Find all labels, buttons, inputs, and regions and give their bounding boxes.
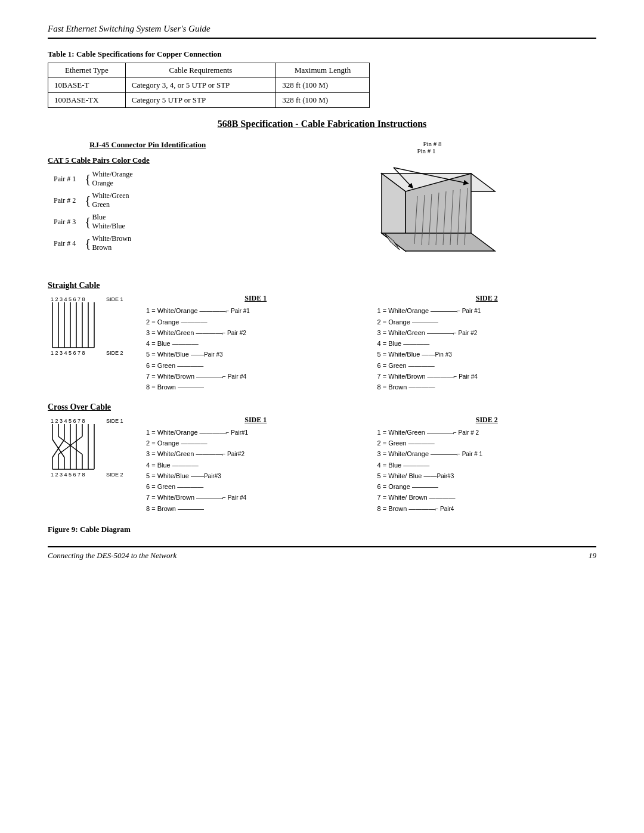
pair1-color2: Orange bbox=[92, 179, 133, 188]
pair4-color2: Brown bbox=[92, 243, 131, 252]
rj45-title: RJ-45 Connector Pin Identification bbox=[89, 140, 250, 150]
crossover-side2-heading: SIDE 2 bbox=[377, 416, 597, 425]
pair2-color2: Green bbox=[92, 200, 129, 209]
crossover-side1-lines: 1 = White/Orange ————⌐ Pair#1 2 = Orange… bbox=[146, 427, 366, 515]
straight-side1-lines: 1 = White/Orange ————⌐ Pair #1 2 = Orang… bbox=[146, 305, 366, 393]
pair2-label: Pair # 2 bbox=[54, 196, 85, 205]
straight-side2-col: SIDE 2 1 = White/Orange ————⌐ Pair #1 2 … bbox=[377, 294, 597, 393]
footer-right: 19 bbox=[589, 551, 596, 561]
pin1-label: Pin # 1 bbox=[417, 147, 435, 154]
figure-caption: Figure 9: Cable Diagram bbox=[48, 525, 596, 534]
pair2-row: Pair # 2 { White/Green Green bbox=[54, 191, 250, 209]
pair1-row: Pair # 1 { White/Orange Orange bbox=[54, 170, 250, 188]
header-rule bbox=[48, 38, 596, 39]
cell-10base-len: 328 ft (100 M) bbox=[276, 78, 370, 93]
footer-left: Connecting the DES-5024 to the Network bbox=[48, 551, 177, 561]
table-title: Table 1: Cable Specifications for Copper… bbox=[48, 49, 596, 59]
cell-100base-req: Category 5 UTP or STP bbox=[125, 93, 275, 108]
pair4-color1: White/Brown bbox=[92, 234, 131, 243]
straight-pins-svg: 1 2 3 4 5 6 7 8 SIDE 1 1 2 3 4 5 6 7 8 bbox=[48, 294, 134, 371]
svg-text:SIDE 2: SIDE 2 bbox=[106, 350, 123, 356]
cell-100base-tx: 100BASE-TX bbox=[48, 93, 126, 108]
footer-rule bbox=[48, 546, 596, 547]
svg-text:SIDE 2: SIDE 2 bbox=[106, 472, 123, 478]
straight-cable-section: Straight Cable 1 2 3 4 5 6 7 8 SIDE 1 bbox=[48, 281, 596, 393]
svg-text:1 2 3 4 5 6 7 8: 1 2 3 4 5 6 7 8 bbox=[51, 418, 85, 424]
pair2-color1: White/Green bbox=[92, 191, 129, 200]
cell-10base-req: Category 3, 4, or 5 UTP or STP bbox=[125, 78, 275, 93]
crossover-side2-lines: 1 = White/Green ————⌐ Pair # 2 2 = Green… bbox=[377, 427, 597, 515]
crossover-side1-heading: SIDE 1 bbox=[146, 416, 366, 425]
crossover-side2-col: SIDE 2 1 = White/Green ————⌐ Pair # 2 2 … bbox=[377, 416, 597, 515]
cell-100base-len: 328 ft (100 M) bbox=[276, 93, 370, 108]
col-header-length: Maximum Length bbox=[276, 63, 370, 78]
crossover-cable-heading: Cross Over Cable bbox=[48, 402, 596, 412]
straight-side1-col: SIDE 1 1 = White/Orange ————⌐ Pair #1 2 … bbox=[146, 294, 366, 393]
svg-text:1 2 3 4 5 6 7 8: 1 2 3 4 5 6 7 8 bbox=[51, 472, 85, 478]
table-row: 100BASE-TX Category 5 UTP or STP 328 ft … bbox=[48, 93, 370, 108]
straight-cable-heading: Straight Cable bbox=[48, 281, 596, 290]
straight-side2-lines: 1 = White/Orange ————⌐ Pair #1 2 = Orang… bbox=[377, 305, 597, 393]
svg-text:1 2 3 4 5 6 7 8: 1 2 3 4 5 6 7 8 bbox=[51, 296, 85, 302]
rj45-right-col: Pin # 8 Pin # 1 bbox=[250, 140, 596, 275]
cable-specs-table: Ethernet Type Cable Requirements Maximum… bbox=[48, 63, 370, 108]
pair1-color1: White/Orange bbox=[92, 170, 133, 179]
svg-text:1 2 3 4 5 6 7 8: 1 2 3 4 5 6 7 8 bbox=[51, 350, 85, 356]
crossover-cable-diagram: 1 2 3 4 5 6 7 8 SIDE 1 bbox=[48, 416, 596, 515]
cat5-title: CAT 5 Cable Pairs Color Code bbox=[48, 156, 250, 165]
straight-side2-heading: SIDE 2 bbox=[377, 294, 597, 303]
col-header-ethernet: Ethernet Type bbox=[48, 63, 126, 78]
crossover-pins-svg: 1 2 3 4 5 6 7 8 SIDE 1 bbox=[48, 416, 134, 493]
rj45-connector-svg bbox=[334, 156, 513, 275]
straight-pins-col: 1 2 3 4 5 6 7 8 SIDE 1 1 2 3 4 5 6 7 8 bbox=[48, 294, 134, 374]
pair1-label: Pair # 1 bbox=[54, 175, 85, 184]
svg-text:SIDE 1: SIDE 1 bbox=[106, 418, 123, 424]
table-row: 10BASE-T Category 3, 4, or 5 UTP or STP … bbox=[48, 78, 370, 93]
pin8-label: Pin # 8 bbox=[423, 140, 441, 147]
pairs-list: Pair # 1 { White/Orange Orange Pair # 2 … bbox=[54, 170, 250, 252]
crossover-side1-col: SIDE 1 1 = White/Orange ————⌐ Pair#1 2 =… bbox=[146, 416, 366, 515]
svg-text:SIDE 1: SIDE 1 bbox=[106, 296, 123, 302]
spec-section-title: 568B Specification - Cable Fabrication I… bbox=[48, 119, 596, 129]
crossover-cable-section: Cross Over Cable 1 2 3 4 5 6 7 8 SIDE 1 bbox=[48, 402, 596, 515]
col-header-requirements: Cable Requirements bbox=[125, 63, 275, 78]
pair3-row: Pair # 3 { Blue White/Blue bbox=[54, 213, 250, 231]
footer-row: Connecting the DES-5024 to the Network 1… bbox=[48, 551, 596, 561]
pair4-row: Pair # 4 { White/Brown Brown bbox=[54, 234, 250, 252]
pair3-color2: White/Blue bbox=[92, 222, 125, 231]
page: Fast Ethernet Switching System User's Gu… bbox=[0, 0, 644, 833]
crossover-pins-col: 1 2 3 4 5 6 7 8 SIDE 1 bbox=[48, 416, 134, 496]
pair3-label: Pair # 3 bbox=[54, 218, 85, 227]
cell-10base-t: 10BASE-T bbox=[48, 78, 126, 93]
rj45-section: RJ-45 Connector Pin Identification CAT 5… bbox=[48, 140, 596, 275]
pair3-color1: Blue bbox=[92, 213, 125, 222]
straight-side1-heading: SIDE 1 bbox=[146, 294, 366, 303]
cat5-left-col: RJ-45 Connector Pin Identification CAT 5… bbox=[48, 140, 250, 253]
header-title: Fast Ethernet Switching System User's Gu… bbox=[48, 24, 596, 34]
pair4-label: Pair # 4 bbox=[54, 239, 85, 248]
straight-cable-diagram: 1 2 3 4 5 6 7 8 SIDE 1 1 2 3 4 5 6 7 8 bbox=[48, 294, 596, 393]
